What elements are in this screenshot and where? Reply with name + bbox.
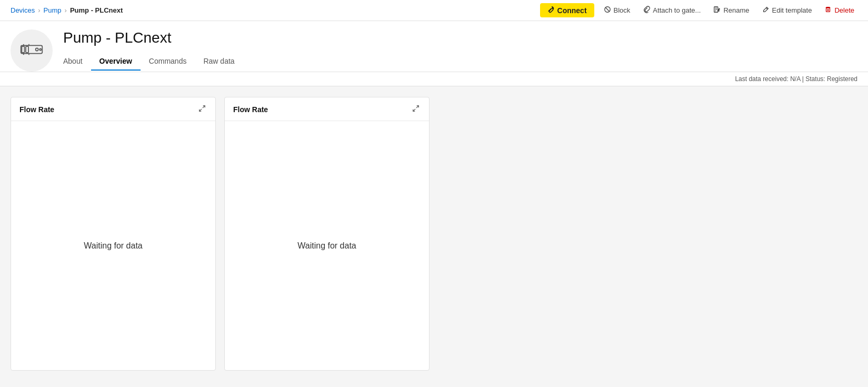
- edit-template-button[interactable]: Edit template: [759, 4, 815, 17]
- svg-rect-13: [26, 46, 28, 53]
- flow-rate-widget-2: Flow Rate Waiting for data: [224, 97, 430, 371]
- widget-1-body: Waiting for data: [11, 121, 215, 370]
- edit-template-label: Edit template: [772, 6, 812, 14]
- connect-label: Connect: [557, 6, 587, 15]
- block-label: Block: [614, 6, 631, 14]
- delete-icon: [824, 6, 832, 15]
- rename-button[interactable]: Rename: [710, 4, 752, 17]
- delete-label: Delete: [834, 6, 854, 14]
- svg-point-15: [39, 48, 41, 50]
- tab-raw-data[interactable]: Raw data: [195, 53, 243, 71]
- connect-button[interactable]: Connect: [540, 3, 594, 17]
- widget-2-waiting-text: Waiting for data: [297, 241, 356, 251]
- widget-2-body: Waiting for data: [225, 121, 429, 370]
- svg-rect-8: [826, 8, 830, 12]
- attach-icon: [643, 6, 650, 15]
- tab-commands[interactable]: Commands: [141, 53, 195, 71]
- tabs-nav: About Overview Commands Raw data: [63, 53, 857, 70]
- device-header: Pump - PLCnext About Overview Commands R…: [0, 21, 868, 72]
- svg-rect-12: [22, 46, 24, 53]
- connect-icon: [547, 6, 555, 15]
- top-bar: Devices › Pump › Pump - PLCnext Connect …: [0, 0, 868, 21]
- flow-rate-widget-1: Flow Rate Waiting for data: [11, 97, 216, 371]
- breadcrumb-sep-1: ›: [38, 6, 40, 14]
- attach-button[interactable]: Attach to gate...: [640, 4, 704, 17]
- device-title: Pump - PLCnext: [63, 29, 857, 46]
- expand-icon-1: [198, 105, 206, 114]
- edit-template-icon: [762, 6, 770, 15]
- widget-2-title: Flow Rate: [233, 105, 268, 114]
- status-bar: Last data received: N/A | Status: Regist…: [0, 72, 868, 86]
- breadcrumb-pump[interactable]: Pump: [44, 6, 62, 14]
- tab-overview[interactable]: Overview: [91, 53, 141, 71]
- expand-icon-2: [412, 105, 420, 114]
- status-text: Last data received: N/A | Status: Regist…: [735, 75, 857, 83]
- svg-point-14: [36, 48, 38, 51]
- tab-about[interactable]: About: [63, 53, 91, 71]
- svg-line-1: [605, 7, 610, 12]
- widget-1-title: Flow Rate: [19, 105, 54, 114]
- rename-icon: [713, 6, 721, 15]
- widget-2-expand-button[interactable]: [411, 104, 421, 115]
- widget-1-expand-button[interactable]: [197, 104, 207, 115]
- block-icon: [604, 6, 611, 15]
- delete-button[interactable]: Delete: [821, 4, 857, 17]
- block-button[interactable]: Block: [601, 4, 634, 17]
- breadcrumb-current: Pump - PLCnext: [70, 6, 123, 14]
- device-icon: [20, 38, 43, 63]
- widget-2-header: Flow Rate: [225, 97, 429, 121]
- widget-1-waiting-text: Waiting for data: [84, 241, 142, 251]
- device-info: Pump - PLCnext About Overview Commands R…: [63, 29, 857, 70]
- main-content: Flow Rate Waiting for data Flow Rate: [0, 86, 868, 381]
- breadcrumb: Devices › Pump › Pump - PLCnext: [11, 6, 123, 14]
- breadcrumb-devices[interactable]: Devices: [11, 6, 35, 14]
- breadcrumb-sep-2: ›: [65, 6, 67, 14]
- rename-label: Rename: [723, 6, 749, 14]
- widget-1-header: Flow Rate: [11, 97, 215, 121]
- toolbar: Connect Block Attach to gate...: [540, 3, 857, 17]
- device-icon-container: [11, 29, 53, 72]
- attach-label: Attach to gate...: [653, 6, 701, 14]
